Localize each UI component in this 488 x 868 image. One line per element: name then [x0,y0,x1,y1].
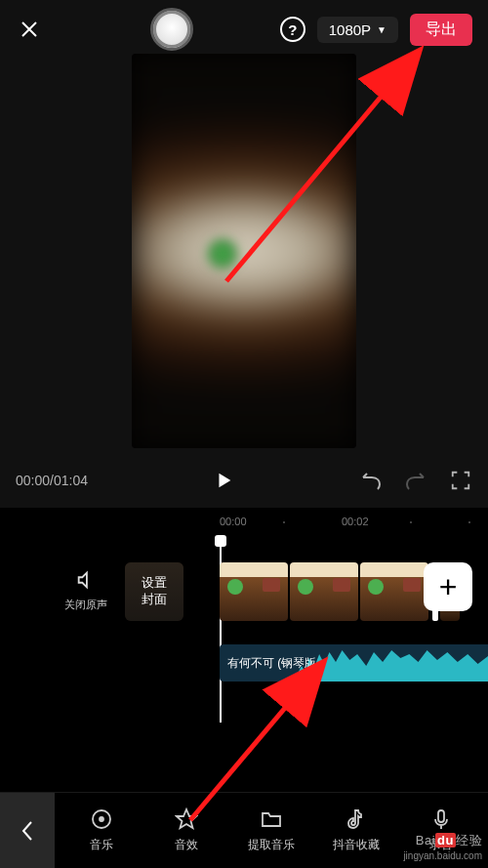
clip-thumbnail[interactable] [220,562,288,621]
folder-icon [260,807,283,831]
ruler-tick: 00:02 [342,516,369,527]
audio-track-label: 有何不可 (钢琴版 [220,655,316,672]
disc-icon [90,807,113,831]
record-indicator[interactable] [150,8,193,51]
clip-thumbnail[interactable] [290,562,358,621]
export-button[interactable]: 导出 [410,14,472,46]
svg-rect-2 [438,810,444,822]
nav-label: 抖音收藏 [333,837,380,853]
add-clip-button[interactable]: + [424,562,472,611]
ruler-tick: 00:00 [220,516,247,527]
ruler-tick-minor [283,521,285,523]
set-cover-button[interactable]: 设置 封面 [125,562,183,621]
resolution-label: 1080P [329,21,371,38]
redo-button [404,469,427,492]
play-button[interactable] [208,465,239,496]
speaker-icon [74,568,98,592]
svg-point-1 [100,817,103,821]
ruler-tick-minor [468,521,470,523]
audio-track[interactable]: 有何不可 (钢琴版 [220,644,488,682]
timeline-panel: 00:00 00:02 关闭原声 设置 封面 + 有何不可 [0,508,488,792]
video-preview-area [0,59,488,449]
nav-label: 音乐 [90,837,113,853]
resolution-selector[interactable]: 1080P ▼ [317,17,398,43]
video-preview[interactable] [132,54,356,448]
cover-label: 设置 封面 [125,562,183,621]
chevron-down-icon: ▼ [377,24,386,35]
nav-music[interactable]: 音乐 [67,807,136,853]
timeline-ruler[interactable]: 00:00 00:02 [0,514,488,537]
close-button[interactable] [16,16,43,43]
help-icon[interactable]: ? [280,17,305,42]
watermark: Baidu经验 jingyan.baidu.com [403,833,482,862]
undo-button[interactable] [359,469,383,492]
waveform [298,644,488,682]
star-icon [175,807,198,831]
ruler-tick-minor [410,521,412,523]
nav-label: 提取音乐 [248,837,295,853]
douyin-icon [345,807,368,831]
mute-label: 关闭原声 [64,598,107,612]
nav-sound-effect[interactable]: 音效 [152,807,221,853]
nav-extract-music[interactable]: 提取音乐 [237,807,305,853]
mute-original-audio[interactable]: 关闭原声 [62,568,109,612]
back-button[interactable] [0,793,55,869]
nav-label: 音效 [175,837,198,853]
mic-icon [429,807,453,831]
nav-douyin-favorites[interactable]: 抖音收藏 [322,807,390,853]
fullscreen-button[interactable] [449,469,472,492]
clip-thumbnail[interactable] [360,562,428,621]
playback-time: 00:00/01:04 [16,473,88,488]
